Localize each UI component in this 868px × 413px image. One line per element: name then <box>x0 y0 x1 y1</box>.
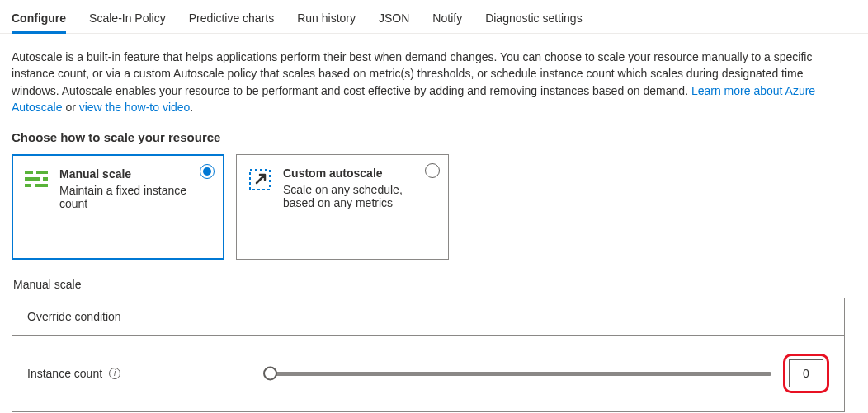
radio-custom-autoscale[interactable] <box>425 163 440 178</box>
svg-rect-1 <box>36 171 48 174</box>
instance-count-callout <box>783 354 829 393</box>
card-manual-sub: Maintain a fixed instance count <box>59 184 211 210</box>
info-icon[interactable]: i <box>109 368 120 379</box>
card-manual-title: Manual scale <box>59 167 211 181</box>
svg-rect-3 <box>43 177 48 181</box>
tab-json[interactable]: JSON <box>379 7 409 33</box>
description-text: Autoscale is a built-in feature that hel… <box>12 49 845 115</box>
card-custom-sub: Scale on any schedule, based on any metr… <box>283 183 436 209</box>
description-tail: . <box>190 101 193 114</box>
manual-scale-panel: Override condition Instance count i <box>12 298 845 412</box>
card-custom-title: Custom autoscale <box>283 167 436 180</box>
override-condition-header: Override condition <box>12 298 844 336</box>
scale-mode-cards: Manual scale Maintain a fixed instance c… <box>12 154 856 260</box>
card-custom-body: Custom autoscale Scale on any schedule, … <box>283 167 436 247</box>
tab-notify[interactable]: Notify <box>432 7 462 33</box>
instance-count-slider <box>265 354 829 393</box>
card-custom-autoscale[interactable]: Custom autoscale Scale on any schedule, … <box>236 154 449 260</box>
svg-rect-2 <box>25 177 40 181</box>
instance-count-row: Instance count i <box>12 336 844 411</box>
tab-run-history[interactable]: Run history <box>297 7 356 33</box>
link-how-to-video[interactable]: view the how-to video <box>79 101 191 114</box>
tab-configure[interactable]: Configure <box>12 7 66 33</box>
tab-predictive-charts[interactable]: Predictive charts <box>189 7 274 33</box>
tab-bar: Configure Scale-In Policy Predictive cha… <box>0 0 868 34</box>
tab-scale-in-policy[interactable]: Scale-In Policy <box>89 7 166 33</box>
slider-track[interactable] <box>265 372 771 376</box>
custom-autoscale-icon <box>248 167 273 247</box>
tab-diagnostic-settings[interactable]: Diagnostic settings <box>485 7 583 33</box>
card-manual-scale[interactable]: Manual scale Maintain a fixed instance c… <box>12 154 224 260</box>
card-manual-body: Manual scale Maintain a fixed instance c… <box>59 167 211 246</box>
instance-count-label-text: Instance count <box>27 367 102 380</box>
instance-count-input[interactable] <box>789 359 823 387</box>
instance-count-label: Instance count i <box>27 367 250 380</box>
choose-scale-title: Choose how to scale your resource <box>12 130 856 144</box>
svg-rect-4 <box>25 184 31 187</box>
description-sep: or <box>65 101 78 114</box>
svg-rect-5 <box>35 184 48 187</box>
manual-scale-icon <box>25 167 50 246</box>
content-area: Autoscale is a built-in feature that hel… <box>0 34 868 413</box>
radio-manual-scale[interactable] <box>200 164 215 179</box>
manual-scale-subhead: Manual scale <box>13 278 856 291</box>
slider-thumb[interactable] <box>263 367 277 381</box>
svg-rect-0 <box>25 171 33 174</box>
